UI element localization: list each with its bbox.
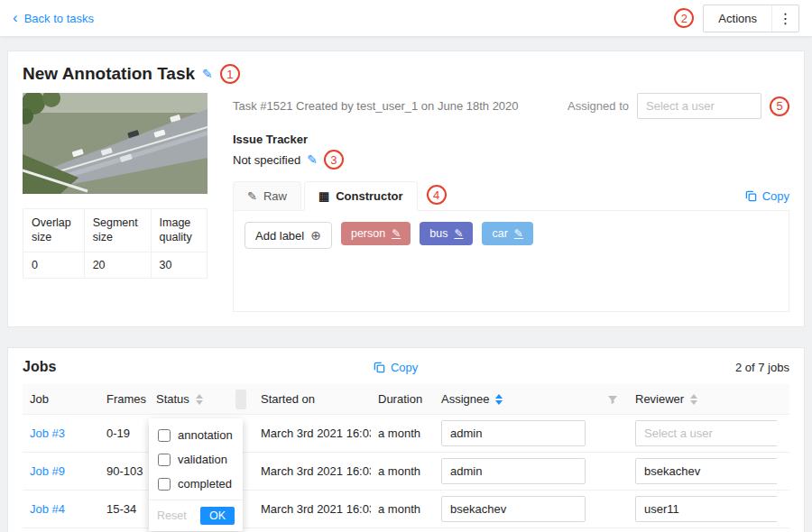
top-bar: ‹ Back to tasks 2 Actions ⋮ [0, 0, 812, 36]
label-chip-person-name: person [351, 227, 385, 240]
task-title: New Annotation Task [23, 64, 195, 84]
job-4-duration: a month [371, 502, 434, 516]
job-9-link[interactable]: Job #9 [30, 464, 65, 478]
job-3-assignee-input[interactable] [441, 420, 586, 446]
pencil-icon: ✎ [247, 189, 257, 203]
assignee-filter-icon[interactable] [604, 394, 621, 405]
param-header-quality: Image quality [151, 209, 207, 252]
job-9-assignee-input[interactable] [441, 458, 586, 484]
filter-option-annotation-label: annotation [178, 428, 233, 442]
job-3-duration: a month [371, 427, 434, 440]
job-row-3: Job #3 0-19 March 3rd 2021 16:03 a month [23, 415, 789, 453]
param-header-overlap: Overlap size [23, 209, 85, 252]
task-body: Overlap size Segment size Image quality … [23, 93, 789, 312]
status-filter-dropdown: annotation validation completed Reset OK [149, 418, 243, 531]
labels-constructor-area: Add label ⊕ person ✎ bus ✎ car ✎ [233, 211, 789, 312]
col-status-filter [228, 390, 254, 409]
label-chip-bus[interactable]: bus ✎ [420, 222, 473, 245]
tab-raw[interactable]: ✎ Raw [233, 181, 301, 210]
filter-option-validation-label: validation [178, 453, 227, 466]
task-params-table: Overlap size Segment size Image quality … [23, 208, 208, 279]
tab-constructor[interactable]: ▦ Constructor [304, 181, 418, 211]
filter-option-validation[interactable]: validation [149, 447, 243, 472]
copy-labels-link[interactable]: Copy [745, 189, 789, 210]
job-4-link[interactable]: Job #4 [30, 502, 65, 516]
label-chip-bus-name: bus [429, 227, 448, 240]
constructor-icon: ▦ [318, 189, 329, 203]
job-3-link[interactable]: Job #3 [30, 427, 65, 440]
jobs-count: 2 of 7 jobs [735, 361, 789, 374]
job-4-reviewer-input[interactable] [635, 496, 777, 522]
assigned-to-group: Assigned to 5 [567, 93, 789, 119]
task-meta-row: Task #1521 Created by test_user_1 on Jun… [233, 93, 789, 119]
completed-checkbox[interactable] [158, 478, 171, 491]
job-row-9: Job #9 90-103 March 3rd 2021 16:03 a mon… [23, 453, 789, 491]
filter-option-annotation[interactable]: annotation [149, 423, 243, 447]
filter-option-completed[interactable]: completed [149, 472, 243, 496]
annotation-badge-4: 4 [427, 185, 447, 205]
jobs-title-row: Jobs Copy 2 of 7 jobs [23, 359, 789, 375]
param-value-overlap: 0 [23, 252, 85, 278]
task-left-column: Overlap size Segment size Image quality … [23, 93, 208, 312]
job-9-duration: a month [371, 464, 434, 478]
filter-ok-button[interactable]: OK [200, 507, 235, 525]
kebab-icon: ⋮ [779, 10, 793, 27]
param-header-segment: Segment size [84, 209, 151, 252]
actions-button-group: Actions ⋮ [703, 5, 799, 32]
add-label-text: Add label [255, 229, 304, 243]
filter-option-completed-label: completed [178, 477, 232, 491]
actions-button[interactable]: Actions [704, 5, 771, 32]
issue-tracker-value: Not specified [233, 153, 300, 167]
validation-checkbox[interactable] [158, 454, 171, 466]
issue-tracker-row: Not specified ✎ 3 [233, 150, 789, 170]
job-9-started: March 3rd 2021 16:03 [254, 464, 371, 478]
param-value-segment: 20 [84, 252, 151, 278]
edit-task-name-icon[interactable]: ✎ [202, 67, 213, 81]
jobs-title: Jobs [23, 359, 56, 375]
job-4-assignee-input[interactable] [441, 496, 586, 522]
copy-jobs-link[interactable]: Copy [374, 361, 418, 374]
status-filter-icon[interactable] [235, 390, 246, 409]
job-9-frames: 90-103 [99, 464, 149, 478]
assigned-to-input[interactable] [637, 93, 761, 119]
annotation-checkbox[interactable] [158, 429, 171, 442]
param-value-quality: 30 [151, 252, 207, 278]
assignee-sort-icon[interactable] [495, 394, 503, 405]
edit-issue-tracker-icon[interactable]: ✎ [307, 152, 318, 167]
task-right-column: Task #1521 Created by test_user_1 on Jun… [233, 93, 789, 312]
label-chip-person[interactable]: person ✎ [341, 222, 411, 245]
job-3-reviewer-input[interactable] [635, 420, 777, 446]
col-status[interactable]: Status [149, 392, 228, 406]
back-to-tasks-link[interactable]: ‹ Back to tasks [13, 12, 94, 25]
tab-raw-label: Raw [263, 189, 287, 203]
job-4-started: March 3rd 2021 16:03 [254, 502, 371, 516]
edit-label-bus-icon[interactable]: ✎ [454, 227, 463, 240]
reviewer-sort-icon[interactable] [690, 394, 697, 405]
job-9-reviewer-input[interactable] [635, 458, 777, 484]
col-assignee-filter [596, 394, 628, 405]
filter-dropdown-footer: Reset OK [149, 500, 243, 531]
annotation-badge-3: 3 [324, 150, 344, 170]
filter-reset-button[interactable]: Reset [157, 509, 187, 522]
status-sort-icon[interactable] [196, 394, 203, 405]
label-chip-car-name: car [492, 227, 507, 240]
back-to-tasks-label: Back to tasks [24, 12, 94, 25]
copy-icon [745, 190, 757, 202]
edit-label-car-icon[interactable]: ✎ [514, 227, 523, 240]
add-label-button[interactable]: Add label ⊕ [245, 222, 332, 249]
col-assignee[interactable]: Assignee [434, 392, 596, 406]
edit-label-person-icon[interactable]: ✎ [392, 227, 401, 240]
col-assignee-label: Assignee [441, 392, 489, 406]
task-card: New Annotation Task ✎ 1 [7, 50, 805, 327]
task-preview-image [23, 93, 208, 194]
jobs-table: Job Frames Status Started on Duration As… [23, 384, 789, 532]
annotation-badge-1: 1 [220, 64, 240, 84]
topbar-right: 2 Actions ⋮ [674, 5, 799, 32]
actions-menu-button[interactable]: ⋮ [771, 5, 798, 32]
copy-labels-label: Copy [762, 189, 789, 203]
label-chip-car[interactable]: car ✎ [482, 222, 532, 245]
col-started: Started on [254, 392, 371, 406]
col-reviewer[interactable]: Reviewer [628, 392, 777, 406]
job-3-frames: 0-19 [99, 427, 149, 440]
job-3-started: March 3rd 2021 16:03 [254, 427, 371, 440]
